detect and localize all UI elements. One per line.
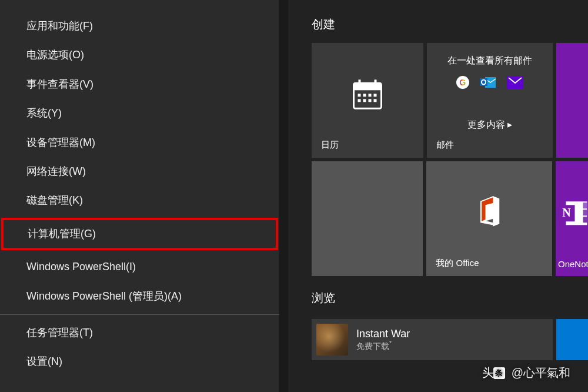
start-tiles-panel: 创建 日历 [288,0,588,392]
office-label: 我的 Office [436,258,543,269]
calendar-label: 日历 [321,139,414,151]
menu-item-network-connections[interactable]: 网络连接(W) [0,157,279,186]
menu-item-system[interactable]: 系统(Y) [0,99,279,128]
menu-item-powershell[interactable]: Windows PowerShell(I) [0,253,279,281]
onenote-label: OneNote [558,259,579,269]
mail-top-text: 在一处查看所有邮件 [427,55,553,67]
onenote-icon: N [557,197,589,231]
svg-rect-1 [353,83,381,90]
mail-tile[interactable]: 在一处查看所有邮件 G 更多内容 ▸ 邮件 [427,43,553,158]
browse-section-header[interactable]: 浏览 [288,276,588,314]
instant-war-sub: 免费下载* [356,340,410,352]
onenote-tile[interactable]: N OneNote [556,161,588,276]
tile-gray-blank[interactable] [312,161,423,276]
tile-partial-purple[interactable] [556,43,588,158]
calendar-icon [351,78,383,112]
toutiao-logo-icon [493,367,505,379]
create-section-header[interactable]: 创建 [288,0,588,43]
menu-item-disk-management[interactable]: 磁盘管理(K) [0,186,279,215]
menu-item-settings[interactable]: 设置(N) [0,347,279,376]
menu-item-task-manager[interactable]: 任务管理器(T) [0,318,279,347]
office-tile[interactable]: 我的 Office [426,161,552,276]
svg-rect-10 [368,99,371,102]
tile-partial-blue[interactable] [556,319,588,360]
mail-provider-icons: G [427,75,553,89]
svg-rect-7 [373,94,376,97]
menu-item-event-viewer[interactable]: 事件查看器(V) [0,70,279,99]
winx-context-menu: 应用和功能(F) 电源选项(O) 事件查看器(V) 系统(Y) 设备管理器(M)… [0,0,279,392]
svg-rect-3 [374,79,376,85]
yahoo-mail-icon [507,76,523,89]
mail-sub-text: 更多内容 ▸ [427,119,553,131]
svg-rect-8 [358,99,360,102]
watermark: 头 @心平氣和 [480,364,570,381]
svg-rect-4 [358,94,360,97]
svg-rect-19 [583,217,587,222]
instant-war-title: Instant War [356,328,410,340]
menu-item-device-manager[interactable]: 设备管理器(M) [0,128,279,157]
watermark-text: @心平氣和 [512,365,570,381]
instant-war-thumb [316,324,348,356]
svg-rect-9 [363,99,366,102]
svg-rect-2 [358,79,360,85]
menu-item-computer-management[interactable]: 计算机管理(G) [1,218,278,250]
instant-war-tile[interactable]: Instant War 免费下载* [312,319,553,360]
svg-rect-6 [368,94,371,97]
svg-text:N: N [562,206,571,219]
office-icon [472,195,507,232]
svg-rect-5 [363,94,366,97]
menu-divider [0,314,279,315]
menu-item-power-options[interactable]: 电源选项(O) [0,41,279,69]
svg-rect-17 [583,202,587,208]
outlook-icon [480,75,496,89]
menu-item-apps-features[interactable]: 应用和功能(F) [0,12,279,41]
menu-item-powershell-admin[interactable]: Windows PowerShell (管理员)(A) [0,282,279,311]
mail-label: 邮件 [436,139,543,151]
calendar-tile[interactable]: 日历 [312,43,423,158]
svg-rect-18 [583,210,587,215]
google-icon: G [456,76,469,89]
svg-rect-11 [373,99,376,102]
